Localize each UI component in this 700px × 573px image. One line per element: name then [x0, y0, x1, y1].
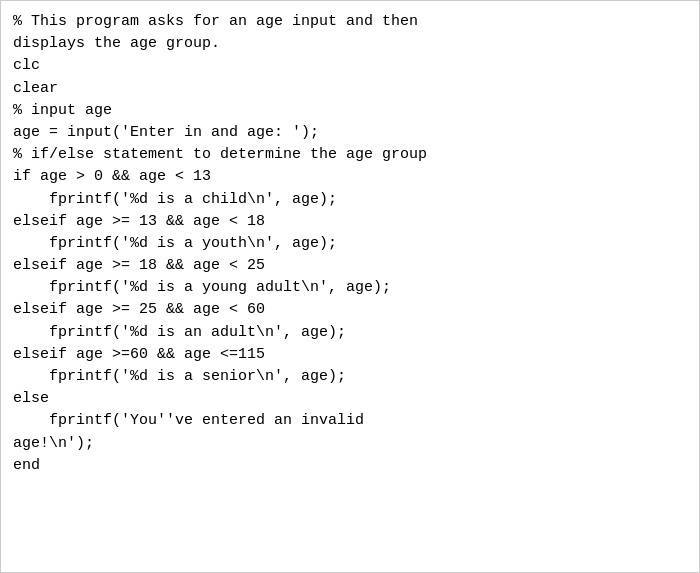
code-block: % This program asks for an age input and… — [13, 11, 687, 477]
code-container: % This program asks for an age input and… — [0, 0, 700, 573]
